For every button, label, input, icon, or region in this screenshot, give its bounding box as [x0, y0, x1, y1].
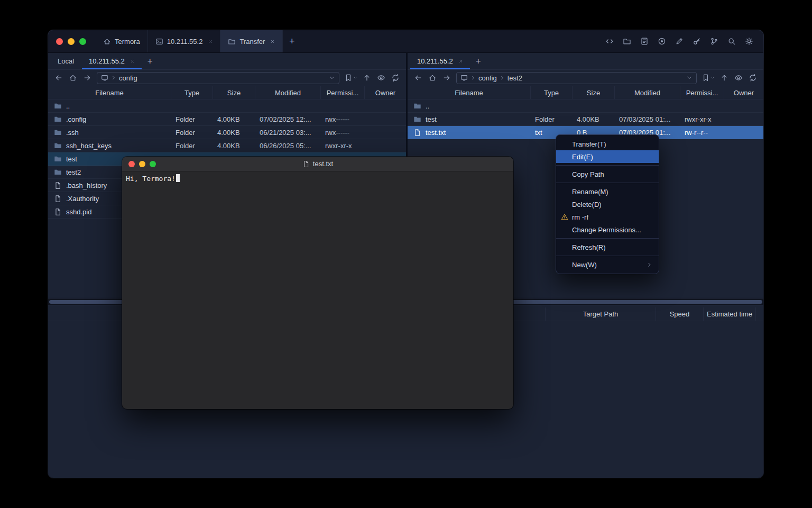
computer-icon	[101, 74, 108, 81]
menu-item-label: Delete(D)	[572, 201, 602, 208]
column-header-type[interactable]: Type	[531, 86, 573, 99]
pencil-button[interactable]	[673, 35, 685, 47]
home-button[interactable]	[428, 73, 437, 83]
panel-tab-local[interactable]: Local	[50, 53, 81, 69]
new-tab-button[interactable]: +	[283, 30, 301, 52]
record-button[interactable]	[656, 35, 668, 47]
refresh-button[interactable]	[748, 73, 758, 83]
path-dropdown-icon[interactable]	[686, 75, 693, 81]
path-dropdown-icon[interactable]	[329, 75, 335, 81]
menu-item-rm-rf[interactable]: rm -rf	[556, 211, 659, 223]
close-window-button[interactable]	[56, 38, 63, 45]
back-button[interactable]	[413, 73, 423, 83]
file-row[interactable]: ..	[408, 99, 763, 113]
column-header-size[interactable]: Size	[573, 86, 615, 99]
column-header-owner[interactable]: Owner	[724, 86, 763, 99]
path-separator-icon	[470, 75, 476, 80]
bookmark-button[interactable]	[344, 74, 357, 82]
settings-button[interactable]	[743, 35, 755, 47]
menu-item-rename-m[interactable]: Rename(M)	[556, 185, 659, 198]
file-row[interactable]: ssh_host_keysFolder4.00KB06/26/2025 05:.…	[48, 139, 406, 152]
column-header-filename[interactable]: Filename	[48, 86, 171, 99]
file-row[interactable]: testFolder4.00KB07/03/2025 01:...rwxr-xr…	[408, 113, 763, 126]
log-button[interactable]	[639, 35, 650, 47]
show-hidden-button[interactable]	[734, 73, 743, 83]
minimize-window-button[interactable]	[68, 38, 75, 45]
panel-tabs: 10.211.55.2	[410, 53, 470, 69]
refresh-button[interactable]	[391, 73, 400, 83]
filename-cell: .config	[48, 115, 171, 123]
column-header-type[interactable]: Type	[171, 86, 213, 99]
folder-icon	[54, 168, 62, 176]
editor-zoom-button[interactable]	[150, 161, 156, 167]
tab-label: 10.211.55.2	[167, 38, 203, 46]
close-tab-icon[interactable]	[208, 39, 213, 44]
menu-item-refresh-r[interactable]: Refresh(R)	[556, 241, 659, 253]
home-button[interactable]	[68, 73, 78, 83]
search-button[interactable]	[726, 35, 737, 47]
path-segment[interactable]: config	[119, 74, 137, 82]
path-bar[interactable]: config	[97, 72, 339, 84]
filename: test2	[66, 168, 81, 176]
menu-item-delete-d[interactable]: Delete(D)	[556, 198, 659, 211]
column-header-size[interactable]: Size	[213, 86, 255, 99]
folder-icon	[54, 129, 62, 137]
code-button[interactable]	[604, 35, 615, 47]
column-header-owner[interactable]: Owner	[365, 86, 406, 99]
bookmark-button[interactable]	[702, 74, 715, 82]
column-header-modified[interactable]: Modified	[255, 86, 321, 99]
column-header-filename[interactable]: Filename	[408, 86, 531, 99]
editor-minimize-button[interactable]	[139, 161, 145, 167]
panel-tab-10-211-55-2[interactable]: 10.211.55.2	[410, 53, 470, 69]
menu-item-copy-path[interactable]: Copy Path	[556, 168, 659, 180]
column-header-permissi[interactable]: Permissi...	[680, 86, 724, 99]
filename: .Xauthority	[66, 195, 99, 203]
menu-item-label: New(W)	[572, 261, 597, 269]
folder-icon	[228, 38, 236, 46]
transfer-column-estimated-time: Estimated time	[703, 307, 756, 321]
column-header-permissi[interactable]: Permissi...	[321, 86, 365, 99]
panel-new-tab-button[interactable]: +	[142, 53, 158, 69]
file-row[interactable]: ..	[48, 99, 406, 113]
path-segment[interactable]: test2	[508, 74, 522, 82]
menu-item-change-permissions[interactable]: Change Permissions...	[556, 223, 659, 236]
file-row[interactable]: .sshFolder4.00KB06/21/2025 03:...rwx----…	[48, 126, 406, 139]
window-tab-10-211-55-2[interactable]: 10.211.55.2	[148, 30, 221, 52]
window-tab-termora[interactable]: Termora	[96, 30, 148, 52]
editor-close-button[interactable]	[128, 161, 135, 167]
show-hidden-button[interactable]	[376, 73, 386, 83]
close-tab-icon[interactable]	[270, 39, 275, 44]
menu-item-new-w[interactable]: New(W)	[556, 258, 659, 271]
zoom-window-button[interactable]	[79, 38, 86, 45]
window-tab-transfer[interactable]: Transfer	[220, 30, 283, 52]
upload-button[interactable]	[362, 73, 372, 83]
close-tab-icon[interactable]	[130, 59, 135, 64]
key-button[interactable]	[691, 35, 703, 47]
folder-icon	[413, 115, 421, 123]
upload-button[interactable]	[719, 73, 729, 83]
file-table-header: FilenameTypeSizeModifiedPermissi...Owner	[408, 86, 763, 99]
editor-content[interactable]: Hi, Termora!	[122, 171, 513, 409]
panel-tab-bar: Local10.211.55.2 +	[48, 53, 406, 70]
branch-button[interactable]	[708, 35, 720, 47]
file-row[interactable]: .configFolder4.00KB07/02/2025 12:...rwx-…	[48, 113, 406, 126]
back-button[interactable]	[54, 73, 63, 83]
editor-titlebar[interactable]: test.txt	[122, 157, 513, 171]
close-tab-icon[interactable]	[458, 59, 463, 64]
panel-tab-10-211-55-2[interactable]: 10.211.55.2	[81, 53, 142, 69]
file-modified: 07/02/2025 12:...	[255, 115, 321, 123]
file-modified: 06/26/2025 05:...	[255, 142, 321, 150]
file-icon	[413, 129, 421, 137]
folder-button[interactable]	[621, 35, 633, 47]
file-icon	[54, 182, 62, 189]
forward-button[interactable]	[82, 73, 92, 83]
column-header-modified[interactable]: Modified	[615, 86, 680, 99]
forward-button[interactable]	[442, 73, 451, 83]
menu-item-transfer-t[interactable]: Transfer(T)	[556, 138, 659, 150]
path-segment[interactable]: config	[478, 74, 497, 82]
menu-item-label: Edit(E)	[572, 153, 593, 161]
menu-item-edit-e[interactable]: Edit(E)	[556, 150, 659, 163]
panel-new-tab-button[interactable]: +	[470, 53, 486, 69]
path-bar[interactable]: configtest2	[456, 72, 697, 84]
file-permissions: rwxr-xr-x	[680, 115, 724, 123]
